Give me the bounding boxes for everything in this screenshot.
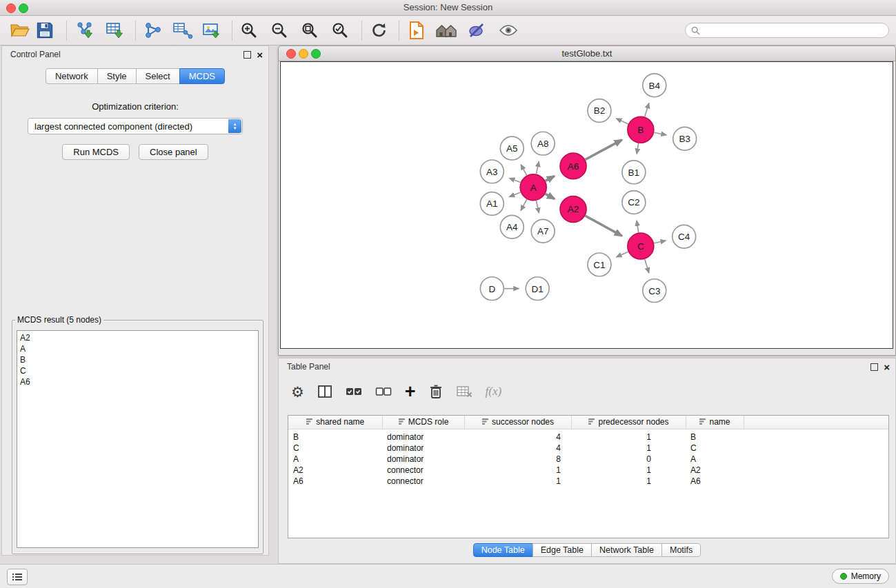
export-image-icon[interactable] [202, 21, 221, 39]
column-header-predecessor-nodes[interactable]: predecessor nodes [571, 416, 686, 429]
node-A[interactable]: A [520, 174, 546, 201]
table-row[interactable]: A6connector11A6 [288, 476, 888, 487]
home-icon[interactable] [435, 22, 458, 39]
tab-style[interactable]: Style [97, 68, 137, 84]
node-A7[interactable]: A7 [531, 219, 555, 243]
node-B3[interactable]: B3 [673, 127, 697, 150]
cell-shared-name[interactable]: A [288, 454, 382, 465]
edge-C-C1[interactable] [617, 252, 628, 257]
cell-mcds-role[interactable]: dominator [382, 429, 464, 443]
edge-A-A4[interactable] [521, 199, 527, 210]
edge-A-A7[interactable] [536, 201, 539, 213]
cell-name[interactable]: B [686, 429, 744, 443]
cell-predecessor-nodes[interactable]: 1 [571, 429, 686, 443]
delete-rows-icon[interactable] [429, 384, 443, 399]
table-row[interactable]: Bdominator41B [288, 429, 888, 443]
graphics-details-icon[interactable] [468, 21, 486, 39]
zoom-selected-icon[interactable] [331, 21, 349, 39]
node-C2[interactable]: C2 [622, 191, 646, 214]
new-network-icon[interactable] [143, 21, 163, 39]
edge-B-B3[interactable] [654, 132, 666, 135]
search-field[interactable] [685, 23, 889, 38]
task-history-button[interactable] [7, 569, 28, 585]
mcds-result-item[interactable]: C [20, 365, 255, 376]
node-C[interactable]: C [628, 233, 654, 259]
edge-A-A2[interactable] [546, 194, 555, 199]
close-panel-button[interactable]: Close panel [139, 144, 208, 160]
table-row[interactable]: Cdominator41C [288, 443, 888, 454]
edge-A-A5[interactable] [521, 165, 527, 176]
cell-mcds-role[interactable]: dominator [382, 443, 464, 454]
function-builder-icon[interactable]: f(x) [486, 385, 502, 398]
column-header-name[interactable]: name [686, 416, 744, 429]
tab-select[interactable]: Select [136, 68, 180, 84]
node-table[interactable]: shared nameMCDS rolesuccessor nodesprede… [288, 415, 889, 538]
add-row-icon[interactable]: + [405, 385, 416, 398]
cell-shared-name[interactable]: B [288, 429, 382, 443]
tab-network[interactable]: Network [46, 68, 98, 84]
tab-node-table[interactable]: Node Table [473, 543, 533, 557]
refresh-icon[interactable] [370, 21, 389, 39]
column-header-shared-name[interactable]: shared name [288, 416, 382, 429]
node-B1[interactable]: B1 [622, 161, 646, 184]
node-A5[interactable]: A5 [500, 136, 524, 160]
edge-C-C3[interactable] [645, 259, 649, 273]
node-A6[interactable]: A6 [560, 153, 586, 179]
cell-name[interactable]: A [686, 454, 744, 465]
table-row[interactable]: Adominator80A [288, 454, 888, 465]
cell-predecessor-nodes[interactable]: 0 [571, 454, 686, 465]
edge-A-A8[interactable] [536, 161, 539, 174]
node-C4[interactable]: C4 [673, 225, 696, 248]
cell-shared-name[interactable]: A6 [288, 476, 382, 487]
network-from-table-icon[interactable] [172, 21, 193, 39]
search-input[interactable] [704, 25, 883, 36]
cell-mcds-role[interactable]: connector [382, 465, 464, 476]
cell-name[interactable]: C [686, 443, 744, 454]
close-table-panel-icon[interactable]: × [884, 362, 890, 372]
deselect-all-rows-icon[interactable] [375, 387, 392, 396]
column-header-mcds-role[interactable]: MCDS role [382, 416, 464, 429]
cell-successor-nodes[interactable]: 4 [464, 429, 571, 443]
edge-A2-C[interactable] [586, 216, 622, 236]
node-A4[interactable]: A4 [500, 215, 524, 239]
table-row[interactable]: A2connector11A2 [288, 465, 888, 476]
cell-predecessor-nodes[interactable]: 1 [571, 443, 686, 454]
cell-name[interactable]: A6 [686, 476, 744, 487]
edge-A-A1[interactable] [509, 192, 520, 196]
node-B4[interactable]: B4 [643, 74, 666, 97]
cell-successor-nodes[interactable]: 1 [464, 476, 571, 487]
edge-B-B1[interactable] [637, 143, 639, 154]
save-session-icon[interactable] [36, 21, 54, 39]
delete-table-icon[interactable] [456, 385, 472, 398]
mcds-result-item[interactable]: B [20, 354, 255, 365]
cell-successor-nodes[interactable]: 1 [464, 465, 571, 476]
edge-A-A3[interactable] [509, 178, 520, 182]
mcds-result-item[interactable]: A2 [20, 332, 255, 343]
float-panel-icon[interactable] [243, 51, 251, 59]
table-settings-gear-icon[interactable]: ⚙ [291, 385, 304, 399]
node-B2[interactable]: B2 [588, 99, 611, 123]
tab-network-table[interactable]: Network Table [591, 543, 662, 557]
edge-C-C4[interactable] [654, 241, 666, 243]
node-B[interactable]: B [628, 116, 654, 143]
edge-C-C2[interactable] [637, 221, 639, 232]
tab-motifs[interactable]: Motifs [661, 543, 701, 557]
cell-mcds-role[interactable]: connector [382, 476, 464, 487]
edge-A6-B[interactable] [586, 140, 622, 160]
cell-mcds-role[interactable]: dominator [382, 454, 464, 465]
cell-successor-nodes[interactable]: 8 [464, 454, 571, 465]
close-panel-icon[interactable]: × [257, 50, 263, 60]
cell-shared-name[interactable]: A2 [288, 465, 382, 476]
memory-button[interactable]: Memory [832, 569, 889, 584]
node-C1[interactable]: C1 [588, 253, 611, 276]
tab-mcds[interactable]: MCDS [179, 68, 225, 84]
zoom-fit-icon[interactable] [301, 21, 319, 39]
mcds-result-item[interactable]: A [20, 343, 255, 354]
network-canvas[interactable]: B4B2BB3A5A8A6A3B1AC2A1A2A4A7C4CC1DD1C3 [280, 61, 893, 349]
node-C3[interactable]: C3 [643, 279, 666, 303]
node-A1[interactable]: A1 [480, 192, 504, 216]
edge-B-B4[interactable] [645, 103, 649, 116]
eye-icon[interactable] [498, 23, 519, 38]
edge-B-B2[interactable] [616, 119, 628, 124]
cell-successor-nodes[interactable]: 4 [464, 443, 571, 454]
